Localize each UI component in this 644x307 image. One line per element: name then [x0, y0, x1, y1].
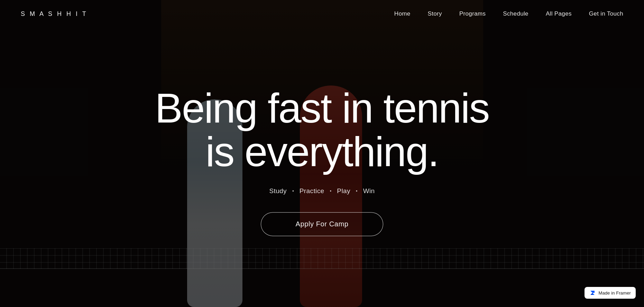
hero-subline: Study ● Practice ● Play ● Win: [14, 187, 630, 195]
framer-badge-label: Made in Framer: [598, 290, 631, 296]
nav-link-schedule[interactable]: Schedule: [503, 10, 528, 17]
nav-item-home[interactable]: Home: [394, 10, 411, 17]
nav-link-home[interactable]: Home: [394, 10, 411, 17]
headline-line1: Being fast in tennis: [155, 85, 489, 131]
subline-play: Play: [337, 187, 350, 195]
nav-link-get-in-touch[interactable]: Get in Touch: [589, 10, 623, 17]
nav-item-programs[interactable]: Programs: [459, 10, 486, 17]
nav-link-all-pages[interactable]: All Pages: [546, 10, 572, 17]
headline-line2: is everything.: [205, 128, 438, 175]
dot-2: ●: [330, 189, 331, 192]
navbar: S M A S H H i T Home Story Programs Sche…: [0, 0, 644, 28]
subline-study: Study: [269, 187, 287, 195]
dot-3: ●: [356, 189, 358, 192]
brand-logo[interactable]: S M A S H H i T: [21, 10, 88, 18]
nav-item-all-pages[interactable]: All Pages: [546, 10, 572, 17]
nav-item-schedule[interactable]: Schedule: [503, 10, 528, 17]
framer-badge[interactable]: Made in Framer: [585, 287, 636, 299]
hero-headline: Being fast in tennis is everything.: [14, 86, 630, 173]
nav-link-story[interactable]: Story: [427, 10, 442, 17]
nav-link-programs[interactable]: Programs: [459, 10, 486, 17]
subline-win: Win: [363, 187, 375, 195]
subline-practice: Practice: [300, 187, 324, 195]
hero-section: S M A S H H i T Home Story Programs Sche…: [0, 0, 644, 307]
nav-links: Home Story Programs Schedule All Pages G…: [394, 10, 623, 17]
apply-button[interactable]: Apply For Camp: [261, 212, 384, 236]
nav-item-story[interactable]: Story: [427, 10, 442, 17]
framer-icon: [589, 290, 596, 296]
hero-content: Being fast in tennis is everything. Stud…: [0, 86, 644, 236]
dot-1: ●: [292, 189, 294, 192]
nav-item-get-in-touch[interactable]: Get in Touch: [589, 10, 623, 17]
